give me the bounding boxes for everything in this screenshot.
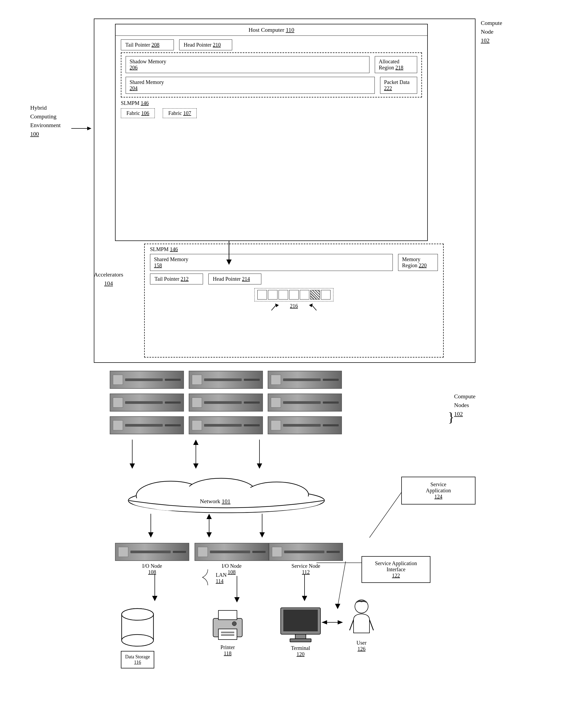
queue-label-row: 216 — [145, 303, 443, 311]
cn-to-net-arrow2-icon — [188, 440, 204, 471]
svg-point-43 — [122, 635, 153, 646]
accelerators-label: Accelerators 104 — [94, 270, 123, 288]
pointer-row: Tail Pointer 208 Head Pointer 210 — [121, 39, 422, 50]
accel-memory-row: Shared Memory 158 Memory Region 220 — [150, 254, 438, 271]
server-box-4 — [110, 394, 184, 412]
server-box-9 — [268, 416, 342, 434]
svg-text:Network 101: Network 101 — [200, 498, 230, 504]
svg-marker-14 — [257, 463, 262, 469]
io-node-1-block: I/O Node 108 — [115, 543, 189, 575]
svg-marker-9 — [130, 463, 135, 469]
svg-marker-11 — [193, 463, 198, 469]
compute-nodes-label: Compute Nodes 102 — [454, 392, 476, 418]
svg-marker-31 — [259, 532, 265, 538]
svg-marker-36 — [234, 597, 239, 602]
shared-memory-158-box: Shared Memory 158 — [150, 254, 393, 271]
terminal-label: Terminal 120 — [291, 645, 310, 657]
lan-label: LAN 114 — [216, 572, 226, 584]
svg-point-44 — [122, 609, 153, 620]
svc-app-to-node-line-icon — [359, 490, 407, 543]
lan-to-printer-arrow-icon — [230, 576, 243, 602]
slmpm-host-label: SLMPM 146 — [121, 100, 422, 106]
cn-to-net-arrow3-icon — [251, 440, 267, 471]
server-box-2 — [189, 371, 263, 389]
io1-to-storage-arrow-icon — [148, 575, 161, 601]
queue-cell-5 — [300, 290, 309, 300]
queue-cell-2 — [268, 290, 277, 300]
terminal-icon — [279, 606, 322, 644]
network-cloud: Network 101 — [123, 477, 330, 515]
queue-container — [254, 288, 334, 301]
svg-rect-53 — [295, 634, 306, 639]
svg-rect-50 — [221, 634, 234, 636]
svg-rect-49 — [221, 632, 234, 633]
svg-point-48 — [232, 622, 236, 626]
server-box-7 — [110, 416, 184, 434]
dashed-region-host: Shadow Memory 206 Allocated Region 218 S… — [121, 52, 422, 97]
fabric-106-box: Fabric 106 — [121, 108, 155, 118]
data-storage-label: Data Storage 116 — [121, 651, 154, 668]
printer-icon — [210, 608, 245, 642]
lan-bracket-icon — [200, 569, 216, 585]
server-box-8 — [189, 416, 263, 434]
svg-rect-46 — [218, 610, 237, 620]
svg-marker-7 — [226, 260, 232, 265]
svg-marker-62 — [335, 604, 340, 609]
svg-marker-29 — [206, 514, 212, 519]
data-storage-icon — [120, 606, 155, 649]
server-box-6 — [268, 394, 342, 412]
terminal-block: Terminal 120 — [279, 606, 322, 657]
svg-marker-5 — [309, 303, 313, 307]
shadow-allocated-row: Shadow Memory 206 Allocated Region 218 — [126, 56, 417, 73]
net-to-io2-arrow-icon — [201, 514, 217, 540]
net-to-io1-arrow-icon — [143, 514, 159, 540]
svg-line-60 — [370, 620, 374, 630]
io-node-1-server — [115, 543, 189, 561]
net-to-svc-arrow-icon — [254, 514, 270, 540]
tail-pointer-212-box: Tail Pointer 212 — [150, 274, 203, 284]
tail-pointer-208-box: Tail Pointer 208 — [121, 39, 174, 50]
allocated-region-box: Allocated Region 218 — [375, 56, 417, 73]
host-to-accel-arrow-icon — [216, 241, 242, 267]
shadow-memory-box: Shadow Memory 206 — [126, 56, 370, 73]
svg-marker-28 — [206, 532, 212, 538]
fabric-107-box: Fabric 107 — [163, 108, 197, 118]
host-computer-title: Host Computer 110 — [115, 24, 427, 36]
head-pointer-214-box: Head Pointer 214 — [208, 274, 261, 284]
terminal-to-user-arrow-icon — [322, 617, 348, 628]
svg-marker-38 — [302, 596, 307, 601]
server-box-1 — [110, 371, 184, 389]
svg-rect-52 — [283, 610, 318, 631]
queue-cell-1 — [257, 290, 267, 300]
service-node-server — [269, 543, 343, 561]
queue-row — [145, 288, 443, 301]
server-box-3 — [268, 371, 342, 389]
service-application-box: Service Application 124 — [401, 477, 476, 504]
host-computer-box: Host Computer 110 Tail Pointer 208 Head … — [115, 24, 428, 241]
hybrid-env-label: Hybrid Computing Environment 100 — [30, 103, 61, 138]
slmpm-accel-label: SLMPM 146 — [150, 246, 438, 252]
printer-label: Printer 118 — [220, 644, 235, 656]
compute-nodes-brace: } — [448, 387, 454, 448]
queue-cell-4 — [289, 290, 299, 300]
data-storage-block: Data Storage 116 — [120, 606, 155, 668]
packet-data-box: Packet Data 222 — [380, 77, 417, 94]
memory-region-220-box: Memory Region 220 — [398, 254, 438, 271]
cn-to-net-arrow1-icon — [124, 440, 140, 471]
svc-to-terminal-arrow-icon — [298, 575, 311, 601]
svg-line-59 — [350, 620, 354, 630]
printer-block: Printer 118 — [210, 608, 245, 656]
hybrid-arrow-icon — [71, 124, 92, 132]
queue-cell-3 — [278, 290, 288, 300]
network-cloud-shape-icon: Network 101 — [123, 477, 330, 514]
compute-node-label: Compute Node 102 — [481, 19, 502, 45]
head-pointer-210-box: Head Pointer 210 — [179, 39, 232, 50]
queue-arrow-right-icon — [306, 303, 319, 311]
shared-memory-204-box: Shared Memory 204 — [126, 77, 375, 94]
accelerator-inner-box: SLMPM 146 Shared Memory 158 Memory Regio… — [144, 244, 444, 358]
accel-pointer-row: Tail Pointer 212 Head Pointer 214 — [150, 274, 438, 284]
svg-marker-57 — [322, 620, 327, 624]
svg-line-24 — [370, 493, 401, 538]
svg-marker-26 — [148, 532, 153, 538]
io-node-2-server — [194, 543, 269, 561]
